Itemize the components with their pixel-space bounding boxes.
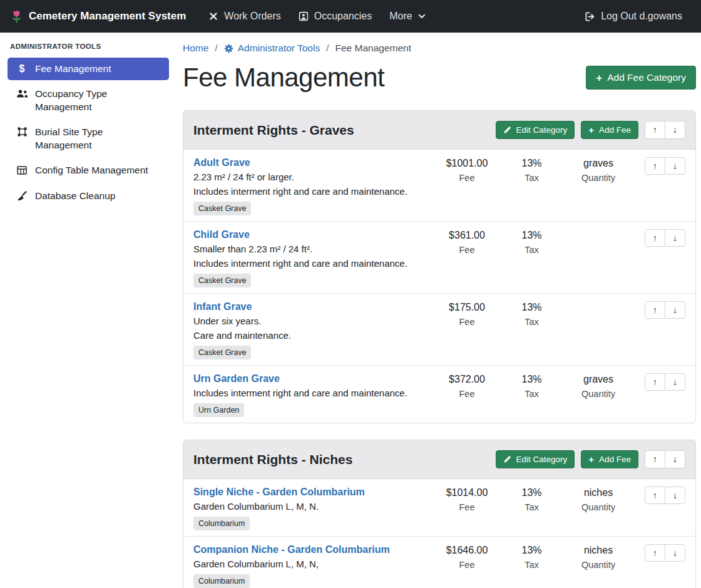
- fee-list: Adult Grave 2.23 m² / 24 ft² or larger.I…: [183, 150, 695, 423]
- move-category-down-button[interactable]: ↓: [665, 121, 685, 138]
- arrow-down-icon: ↓: [673, 233, 677, 243]
- move-fee-up-button[interactable]: ↑: [645, 229, 665, 247]
- logout-link[interactable]: Log Out d.gowans: [576, 6, 691, 27]
- fee-description: Under six years.: [193, 316, 426, 326]
- add-fee-category-button[interactable]: + Add Fee Category: [586, 66, 696, 90]
- fee-amount-label: Fee: [432, 560, 502, 570]
- fee-amount-label: Fee: [432, 173, 502, 183]
- sidebar-item-config-table-management[interactable]: Config Table Management: [8, 159, 169, 182]
- move-fee-down-button[interactable]: ↓: [665, 301, 685, 319]
- sidebar-heading: Administrator Tools: [10, 43, 166, 50]
- fee-description: Includes interment right and care and ma…: [193, 388, 426, 398]
- arrow-down-icon: ↓: [673, 305, 677, 315]
- fee-reorder-group: ↑ ↓: [638, 157, 685, 175]
- sidebar-item-label: Database Cleanup: [35, 190, 115, 202]
- fee-descriptions: Garden Columbarium L, M, N.: [193, 501, 426, 512]
- add-fee-button[interactable]: + Add Fee: [581, 121, 638, 139]
- fee-amount-col: $372.00 Fee: [432, 373, 502, 399]
- arrow-up-icon: ↑: [653, 161, 657, 171]
- admin-sidebar: Administrator Tools $ Fee Management Occ…: [0, 33, 177, 220]
- fee-description: Garden Columbarium L, M, N.: [193, 501, 426, 512]
- fee-type-badge: Casket Grave: [193, 274, 251, 287]
- arrow-down-icon: ↓: [673, 548, 677, 558]
- move-fee-up-button[interactable]: ↑: [645, 157, 665, 175]
- fee-amount-col: $175.00 Fee: [432, 301, 502, 327]
- fee-name-link[interactable]: Infant Grave: [193, 301, 252, 312]
- app-brand[interactable]: Cemetery Management System: [10, 9, 186, 24]
- category-reorder-group: ↑ ↓: [645, 450, 685, 468]
- nav-more[interactable]: More: [381, 6, 434, 27]
- fee-reorder-group: ↑ ↓: [638, 544, 685, 562]
- fee-tax-col: 13% Tax: [502, 229, 561, 255]
- sidebar-item-fee-management[interactable]: $ Fee Management: [8, 58, 169, 80]
- tulip-logo-icon: [10, 9, 23, 24]
- fee-name-link[interactable]: Adult Grave: [193, 157, 250, 168]
- fee-name-link[interactable]: Companion Niche - Garden Columbarium: [193, 544, 390, 555]
- edit-category-button[interactable]: Edit Category: [496, 450, 575, 468]
- top-navbar: Cemetery Management System Work Orders O…: [0, 0, 701, 33]
- fee-tax-col: 13% Tax: [502, 373, 561, 399]
- fee-info: Child Grave Smaller than 2.23 m² / 24 ft…: [193, 229, 432, 287]
- add-fee-button[interactable]: + Add Fee: [581, 450, 638, 468]
- page-header: Fee Management + Add Fee Category: [183, 63, 696, 93]
- fee-tax-col: 13% Tax: [502, 301, 561, 327]
- fee-info: Urn Garden Grave Includes interment righ…: [193, 373, 432, 417]
- sidebar-item-database-cleanup[interactable]: Database Cleanup: [8, 185, 169, 207]
- fee-tax-col: 13% Tax: [502, 544, 561, 570]
- breadcrumb-home-link[interactable]: Home: [183, 43, 208, 54]
- fee-tax-label: Tax: [502, 502, 561, 512]
- category-header: Interment Rights - Niches Edit Category …: [183, 440, 695, 479]
- move-fee-down-button[interactable]: ↓: [665, 157, 685, 175]
- move-fee-down-button[interactable]: ↓: [665, 373, 685, 391]
- arrow-down-icon: ↓: [673, 377, 677, 387]
- fee-type-badge: Urn Garden: [193, 403, 244, 417]
- logout-label: Log Out d.gowans: [601, 11, 682, 22]
- fee-tax-col: 13% Tax: [502, 157, 561, 183]
- nav-work-orders[interactable]: Work Orders: [200, 6, 289, 27]
- category-header: Interment Rights - Graves Edit Category …: [183, 111, 695, 150]
- move-fee-down-button[interactable]: ↓: [665, 487, 685, 504]
- fee-name-link[interactable]: Urn Garden Grave: [193, 373, 280, 384]
- move-fee-up-button[interactable]: ↑: [645, 373, 665, 391]
- fee-name-link[interactable]: Child Grave: [193, 229, 250, 240]
- move-fee-up-button[interactable]: ↑: [645, 544, 665, 562]
- arrow-down-icon: ↓: [673, 161, 677, 171]
- move-fee-up-button[interactable]: ↑: [645, 301, 665, 319]
- fee-amount: $1001.00: [432, 158, 502, 169]
- move-fee-down-button[interactable]: ↓: [665, 229, 685, 247]
- fee-row: Companion Niche - Garden Columbarium Gar…: [183, 537, 695, 588]
- fee-amount: $1014.00: [432, 487, 502, 498]
- dollar-icon: $: [15, 63, 29, 74]
- fee-quantity-label: Quantity: [561, 389, 635, 399]
- edit-category-button[interactable]: Edit Category: [496, 121, 575, 139]
- fee-name-link[interactable]: Single Niche - Garden Columbarium: [193, 487, 365, 498]
- fee-info: Infant Grave Under six years.Care and ma…: [193, 301, 432, 359]
- arrow-up-icon: ↑: [653, 548, 657, 558]
- fee-tax: 13%: [502, 545, 561, 556]
- category-title: Interment Rights - Niches: [193, 452, 352, 467]
- fee-type-badge: Columbarium: [193, 574, 250, 588]
- move-category-down-button[interactable]: ↓: [665, 450, 685, 468]
- fee-descriptions: Garden Columbarium L, M, N,: [193, 559, 426, 569]
- sidebar-item-occupancy-type-management[interactable]: Occupancy Type Management: [8, 83, 169, 118]
- burial-site-icon: [15, 126, 29, 137]
- fee-quantity: niches: [561, 487, 635, 498]
- fee-quantity-label: Quantity: [561, 173, 635, 183]
- arrow-up-icon: ↑: [653, 490, 657, 500]
- fee-type-badge: Casket Grave: [193, 346, 251, 359]
- breadcrumb-admin-tools-label: Administrator Tools: [238, 43, 320, 54]
- sidebar-item-burial-site-type-management[interactable]: Burial Site Type Management: [8, 121, 169, 157]
- fee-quantity: graves: [561, 374, 635, 385]
- fee-info: Adult Grave 2.23 m² / 24 ft² or larger.I…: [193, 157, 432, 215]
- fee-tax-label: Tax: [502, 245, 561, 255]
- breadcrumb-admin-tools-link[interactable]: Administrator Tools: [224, 43, 320, 54]
- nav-occupancies[interactable]: Occupancies: [290, 6, 381, 27]
- move-category-up-button[interactable]: ↑: [645, 450, 665, 468]
- fee-descriptions: Under six years.Care and maintenance.: [193, 316, 426, 341]
- move-fee-up-button[interactable]: ↑: [645, 487, 665, 504]
- move-category-up-button[interactable]: ↑: [645, 121, 665, 138]
- fee-category-card: Interment Rights - Graves Edit Category …: [183, 110, 696, 423]
- move-fee-down-button[interactable]: ↓: [665, 544, 685, 562]
- fee-quantity: graves: [561, 158, 635, 169]
- logout-icon: [585, 11, 595, 22]
